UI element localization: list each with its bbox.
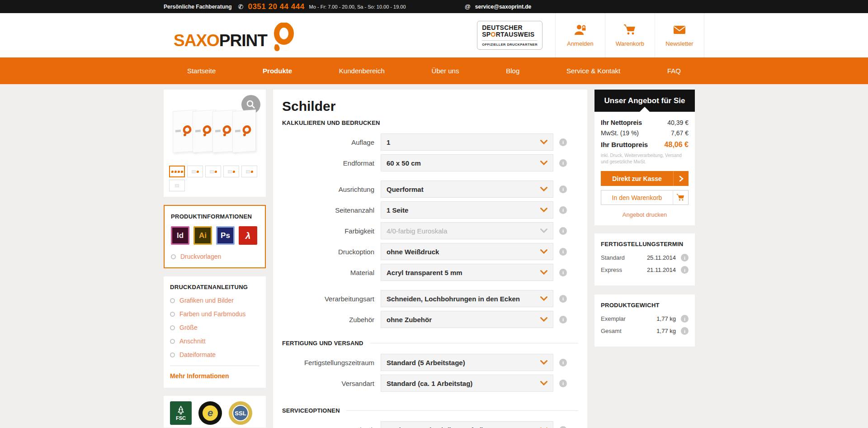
thumbnail-1-selected[interactable] — [169, 166, 185, 177]
info-icon[interactable]: i — [681, 327, 689, 335]
info-icon[interactable]: i — [559, 227, 567, 235]
newsletter-button[interactable]: Newsletter — [655, 13, 704, 57]
material-select[interactable]: Acryl transparent 5 mm — [381, 264, 553, 281]
product-image-card — [164, 90, 266, 197]
vat-value: 7,67 € — [671, 129, 689, 137]
info-icon[interactable]: i — [681, 266, 689, 274]
nav-item-service-kontakt[interactable]: Service & Kontakt — [566, 67, 620, 75]
info-icon[interactable]: i — [559, 426, 567, 428]
badge-line2: SPORTAUSWEIS — [482, 31, 538, 38]
bullet-icon — [170, 298, 175, 303]
info-icon[interactable]: i — [559, 185, 567, 193]
versandart-select[interactable]: Standard (ca. 1 Arbeitstag) — [381, 375, 553, 392]
opening-hours: Mo - Fr: 7.00 - 20.00, Sa - So: 10.00 - … — [309, 4, 406, 10]
thumbnail-5[interactable] — [241, 166, 257, 177]
product-main-image — [176, 110, 261, 152]
druckvorlagen-link[interactable]: Druckvorlagen — [171, 253, 259, 260]
chevron-down-icon — [540, 381, 547, 385]
guide-link-farben[interactable]: Farben und Farbmodus — [170, 310, 259, 318]
cart-icon — [623, 24, 637, 38]
info-icon[interactable]: i — [681, 315, 689, 323]
completion-standard-row: Standard 25.11.2014 i — [601, 254, 689, 262]
info-icon[interactable]: i — [559, 295, 567, 303]
chevron-down-icon — [540, 317, 547, 322]
chevron-down-icon — [540, 270, 547, 275]
form-row-zubehoer: Zubehör ohne Zubehör i — [282, 311, 578, 328]
nav-item-startseite[interactable]: Startseite — [187, 67, 216, 75]
user-lock-icon — [574, 24, 587, 38]
login-button[interactable]: Anmelden — [555, 13, 605, 57]
thumbnail-6[interactable] — [169, 180, 185, 191]
photoshop-icon: Ps — [216, 226, 235, 245]
thumbnail-3[interactable] — [205, 166, 221, 177]
guide-link-groesse[interactable]: Größe — [170, 324, 259, 331]
info-icon[interactable]: i — [559, 380, 567, 387]
guide-link-grafiken[interactable]: Grafiken und Bilder — [170, 297, 259, 304]
form-row-farbigkeit: Farbigkeit 4/0-farbig Euroskala i — [282, 222, 578, 239]
illustrator-icon: Ai — [193, 226, 212, 245]
configurator-panel: Schilder KALKULIEREN UND BEDRUCKEN Aufla… — [273, 90, 587, 428]
design-app-icons: Id Ai Ps λ — [171, 226, 259, 245]
guide-link-anschnitt[interactable]: Anschnitt — [170, 338, 259, 345]
nav-item-kundenbereich[interactable]: Kundenbereich — [339, 67, 385, 75]
guide-link-dateiformate[interactable]: Dateiformate — [170, 351, 259, 358]
chevron-down-icon — [540, 161, 547, 165]
thumbnail-list — [169, 166, 259, 191]
druckoption-select[interactable]: ohne Weißdruck — [381, 243, 553, 260]
nav-item-produkte[interactable]: Produkte — [263, 67, 292, 75]
shipping-section-heading: FERTIGUNG UND VERSAND — [282, 340, 578, 347]
ssl-seal-icon: SSL — [229, 401, 252, 425]
saxoprint-logo[interactable]: SAXOPRINT — [174, 23, 294, 48]
info-icon[interactable]: i — [681, 254, 689, 262]
info-icon[interactable]: i — [559, 269, 567, 276]
seitenanzahl-select[interactable]: 1 Seite — [381, 201, 553, 219]
more-information-link[interactable]: Mehr Informationen — [170, 372, 259, 380]
nav-item-faq[interactable]: FAQ — [667, 67, 681, 75]
cart-button[interactable]: Warenkorb — [605, 13, 655, 57]
nav-item-blog[interactable]: Blog — [506, 67, 519, 75]
newsletter-label: Newsletter — [665, 40, 693, 47]
badge-line3: OFFIZIELLER DRUCKPARTNER — [482, 40, 538, 47]
form-row-seitenanzahl: Seitenanzahl 1 Seite i — [282, 201, 578, 219]
info-icon[interactable]: i — [559, 248, 567, 256]
add-to-cart-button[interactable]: In den Warenkorb — [601, 190, 689, 205]
info-icon[interactable]: i — [559, 359, 567, 366]
ausrichtung-select[interactable]: Querformat — [381, 181, 553, 198]
fsc-seal-icon: FSC — [170, 401, 192, 425]
chevron-down-icon — [540, 249, 547, 254]
acrobat-pdf-icon: λ — [239, 226, 257, 245]
product-information-card: PRODUKTINFORMATIONEN Id Ai Ps λ Druckvor… — [164, 205, 266, 268]
verarbeitungsart-select[interactable]: Schneiden, Lochbohrungen in den Ecken — [381, 290, 553, 307]
thumbnail-2[interactable] — [187, 166, 203, 177]
thumbnail-4[interactable] — [223, 166, 239, 177]
info-icon[interactable]: i — [559, 316, 567, 323]
guide-title: DRUCKDATENANLEITUNG — [170, 284, 259, 290]
endformat-select[interactable]: 60 x 50 cm — [381, 154, 553, 171]
product-weight-card: PRODUKTGEWICHT Exemplar 1,77 kg i Gesamt… — [594, 295, 695, 347]
vat-row: MwSt. (19 %) 7,67 € — [601, 129, 689, 137]
fertigstellungszeitraum-select[interactable]: Standard (5 Arbeitstage) — [381, 354, 553, 371]
datencheck-select[interactable]: Basis-Datencheck (kostenfrei) — [381, 421, 553, 428]
trusted-shops-seal-icon: e — [198, 401, 222, 425]
print-offer-link[interactable]: Angebot drucken — [601, 211, 689, 218]
info-icon[interactable]: i — [559, 138, 567, 146]
service-email-link[interactable]: service@saxoprint.de — [475, 4, 531, 10]
checkout-button[interactable]: Direkt zur Kasse — [601, 171, 689, 186]
cart-label: Warenkorb — [616, 40, 644, 47]
chevron-down-icon — [540, 296, 547, 301]
auflage-select[interactable]: 1 — [381, 133, 553, 151]
info-icon[interactable]: i — [559, 206, 567, 214]
logo-text-print: PRINT — [219, 31, 267, 50]
info-icon[interactable]: i — [559, 159, 567, 167]
net-price-value: 40,39 € — [667, 119, 689, 126]
form-row-versandart: Versandart Standard (ca. 1 Arbeitstag) i — [282, 375, 578, 392]
chevron-right-icon — [673, 171, 689, 186]
form-row-verarbeitungsart: Verarbeitungsart Schneiden, Lochbohrunge… — [282, 290, 578, 307]
zubehoer-select[interactable]: ohne Zubehör — [381, 311, 553, 328]
nav-item-ueber-uns[interactable]: Über uns — [432, 67, 459, 75]
bullet-icon — [170, 339, 175, 344]
phone-icon: ✆ — [238, 3, 244, 10]
certification-seals-card: FSC e SSL — [164, 396, 266, 428]
sportausweis-partner-badge: DEUTSCHER SPORTAUSWEIS OFFIZIELLER DRUCK… — [477, 21, 542, 49]
right-sidebar: Unser Angebot für Sie Ihr Nettopreis 40,… — [594, 90, 695, 356]
